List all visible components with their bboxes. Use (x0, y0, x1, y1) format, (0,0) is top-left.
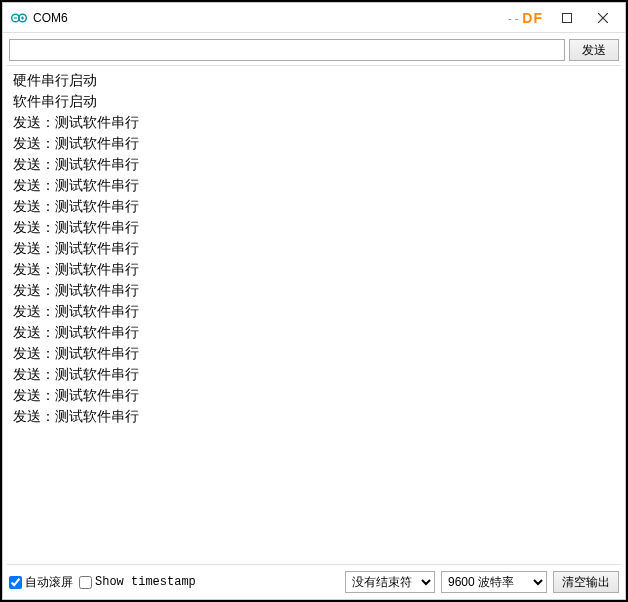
serial-output[interactable]: 硬件串行启动 软件串行启动 发送：测试软件串行 发送：测试软件串行 发送：测试软… (7, 65, 621, 565)
autoscroll-checkbox[interactable] (9, 576, 22, 589)
arduino-icon (11, 10, 27, 26)
autoscroll-label: 自动滚屏 (25, 574, 73, 591)
window-controls (549, 4, 621, 32)
watermark-text: DF (522, 10, 543, 26)
close-button[interactable] (585, 4, 621, 32)
clear-output-button[interactable]: 清空输出 (553, 571, 619, 593)
bottom-bar: 自动滚屏 Show timestamp 没有结束符换行符回车NL 和 CR 30… (3, 565, 625, 599)
window-title: COM6 (33, 11, 508, 25)
svg-rect-5 (563, 13, 572, 22)
titlebar: COM6 - - DF (3, 3, 625, 33)
maximize-button[interactable] (549, 4, 585, 32)
autoscroll-checkbox-wrap[interactable]: 自动滚屏 (9, 574, 73, 591)
serial-input[interactable] (9, 39, 565, 61)
title-dots: - - (508, 12, 518, 24)
baud-rate-select[interactable]: 300 波特率1200 波特率2400 波特率4800 波特率9600 波特率1… (441, 571, 547, 593)
line-ending-select[interactable]: 没有结束符换行符回车NL 和 CR (345, 571, 435, 593)
timestamp-checkbox[interactable] (79, 576, 92, 589)
timestamp-checkbox-wrap[interactable]: Show timestamp (79, 575, 196, 589)
serial-monitor-window: COM6 - - DF 发送 硬件串行启动 软件串行启动 发送：测试软件串行 发… (2, 2, 626, 600)
timestamp-label: Show timestamp (95, 575, 196, 589)
send-button[interactable]: 发送 (569, 39, 619, 61)
input-row: 发送 (3, 33, 625, 65)
